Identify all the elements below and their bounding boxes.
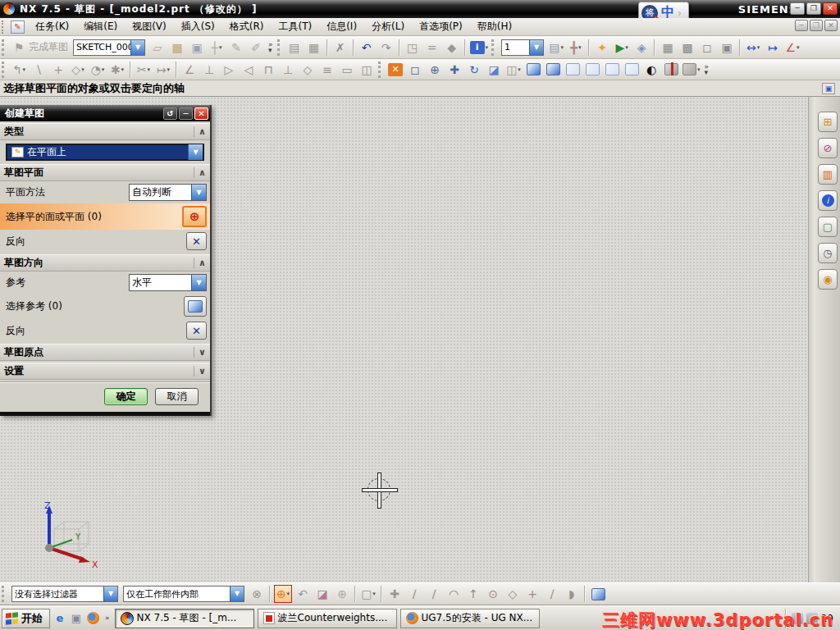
collapse-arrow-icon[interactable]: ∧ — [194, 167, 210, 178]
expand-arrow-icon[interactable]: ∨ — [194, 347, 210, 358]
settings-section-header[interactable]: 设置 ∨ — [0, 363, 210, 380]
zoom-box-icon[interactable]: ◻ — [406, 61, 424, 79]
info-icon[interactable]: i▾ — [469, 39, 490, 57]
constraint-diamond-icon[interactable]: ◇ — [299, 61, 317, 79]
line-icon[interactable]: ∖ — [30, 61, 48, 79]
snap-center-icon[interactable]: ⊙ — [484, 585, 502, 603]
wireframe-dim-icon[interactable] — [564, 61, 582, 79]
constraint-perpendicular-icon[interactable]: ⊥ — [200, 61, 218, 79]
extend-icon[interactable]: ↦▾ — [154, 61, 172, 79]
undo-selection-icon[interactable]: ↶ — [294, 585, 312, 603]
trim-icon[interactable]: ✂▾ — [135, 61, 153, 79]
finish-sketch-label[interactable]: 完成草图 — [29, 40, 68, 54]
snap-crosshair-icon[interactable]: ⊕ — [333, 585, 351, 603]
copy-face-icon[interactable]: ◳ — [404, 39, 422, 57]
constraint-left-icon[interactable]: ◁ — [240, 61, 258, 79]
delete-icon[interactable]: ✗ — [331, 39, 349, 57]
sketch-curve-icon[interactable]: ✎ — [227, 39, 245, 57]
equals-icon[interactable]: = — [423, 39, 441, 57]
sketch-type-combo[interactable]: ✎在平面上 ▼ — [6, 144, 204, 161]
finish-group-overflow[interactable]: »▾ — [268, 42, 273, 53]
menu-task[interactable]: 任务(K) — [28, 18, 76, 35]
wireframe-all-icon[interactable] — [603, 61, 621, 79]
restore-cue-icon[interactable]: ▣ — [822, 83, 835, 94]
dropdown-arrow-icon[interactable]: ▼ — [230, 587, 244, 601]
collapse-arrow-icon[interactable]: ∧ — [194, 126, 210, 137]
dialog-title-bar[interactable]: 创建草图 ↺ ─ ✕ — [0, 105, 210, 121]
graphics-area[interactable]: Z X Y 创建草图 ↺ ─ ✕ 类型 ∧ ✎在平面上 ▼ 草图平面 — [0, 97, 840, 582]
bend-corner-icon[interactable]: ◆ — [443, 39, 461, 57]
reattach-sketch-icon[interactable]: ▱ — [148, 39, 167, 57]
plane-method-combo[interactable]: 自动判断 ▼ — [129, 184, 207, 201]
scope-combo[interactable]: 仅在工作部件内部▼ — [123, 586, 244, 602]
toolbar-grip[interactable] — [2, 586, 7, 602]
wireframe-hidden-icon[interactable] — [583, 61, 601, 79]
part-library-icon[interactable]: ▥ — [818, 164, 838, 185]
restore-button[interactable]: ❐ — [806, 2, 821, 15]
constraint-right-icon[interactable]: ▷ — [220, 61, 238, 79]
layer-settings-icon[interactable]: ▤▾ — [547, 39, 565, 57]
reverse-direction-button-2[interactable]: ✕ — [186, 322, 207, 340]
internet-browser-icon[interactable]: i — [818, 190, 838, 211]
measure-angle-icon[interactable]: ∠▾ — [783, 39, 801, 57]
desktop-quick-launch-icon[interactable]: ▣ — [69, 611, 84, 626]
constraint-split-icon[interactable]: ◫ — [358, 61, 376, 79]
shaded-with-edges-icon[interactable] — [524, 61, 542, 79]
snap-face-icon[interactable]: ◗ — [563, 585, 581, 603]
menu-tools[interactable]: 工具(T) — [271, 18, 319, 35]
collapse-arrow-icon[interactable]: ∧ — [194, 258, 210, 268]
child-minimize-button[interactable]: ─ — [795, 20, 808, 31]
dropdown-arrow-icon[interactable]: ▼ — [529, 40, 543, 55]
work-layer-combo[interactable]: 1▼ — [501, 39, 544, 56]
shaded-icon[interactable] — [544, 61, 562, 79]
firefox-quick-launch-icon[interactable] — [85, 611, 100, 626]
save-icon[interactable]: ▤ — [285, 39, 304, 57]
assembly-navigator-icon[interactable]: ⊞ — [818, 112, 838, 132]
cancel-button[interactable]: 取消 — [155, 388, 199, 405]
menu-format[interactable]: 格式(R) — [222, 18, 272, 35]
menu-preferences[interactable]: 首选项(P) — [412, 18, 470, 35]
toolbar-grip[interactable] — [491, 39, 496, 56]
measure-length-icon[interactable]: ↦ — [764, 39, 782, 57]
measure-distance-icon[interactable]: ↔▾ — [744, 39, 762, 57]
type-section-header[interactable]: 类型 ∧ — [0, 123, 210, 140]
close-button[interactable]: ✕ — [823, 2, 838, 15]
datum-box-icon[interactable]: ▣ — [188, 39, 206, 57]
roles-icon[interactable]: ◉ — [818, 269, 838, 290]
toolbar-grip[interactable] — [378, 62, 383, 78]
toolbar-grip[interactable] — [2, 39, 7, 56]
menu-information[interactable]: 信息(I) — [319, 18, 364, 35]
snap-pole-icon[interactable]: ↑ — [464, 585, 482, 603]
profile-icon[interactable]: ↰▾ — [10, 61, 28, 79]
navigate-diamond-icon[interactable]: ◈ — [632, 39, 651, 57]
move-handles-icon[interactable]: ✚ — [386, 585, 404, 603]
expand-arrow-icon[interactable]: ∨ — [194, 366, 210, 377]
ime-chevron-icon[interactable]: › — [678, 7, 682, 19]
fit-view-icon[interactable]: ✕ — [386, 61, 404, 79]
view-group-overflow[interactable]: »▾ — [705, 64, 710, 75]
quick-launch-overflow[interactable]: » — [105, 615, 110, 621]
role-key-icon[interactable]: ✦ — [593, 39, 611, 57]
snap-solid-icon[interactable] — [589, 585, 607, 603]
dropdown-arrow-icon[interactable]: ▼ — [188, 144, 203, 160]
ok-button[interactable]: 确定 — [104, 388, 148, 405]
snap-midpoint-icon[interactable]: ∕ — [425, 585, 443, 603]
dropdown-arrow-icon[interactable]: ▼ — [191, 185, 206, 200]
selection-filter-combo[interactable]: 没有选择过滤器▼ — [11, 586, 118, 602]
named-plane-icon[interactable]: ▩ — [168, 39, 186, 57]
menu-analysis[interactable]: 分析(L) — [364, 18, 412, 35]
gray-style-icon[interactable]: ▾ — [682, 61, 701, 79]
reference-combo[interactable]: 水平 ▼ — [129, 274, 207, 291]
spline-blob-icon[interactable]: ◔▾ — [89, 61, 107, 79]
grid-heavy-icon[interactable]: ▩ — [678, 39, 696, 57]
constraint-vertical-icon[interactable]: ⊥ — [279, 61, 297, 79]
dialog-reset-button[interactable]: ↺ — [163, 107, 177, 120]
task-nx[interactable]: NX 7.5 - 草图 - [_m... — [115, 609, 254, 628]
redo-icon[interactable]: ↷ — [377, 39, 395, 57]
constraint-navigator-icon[interactable]: ⊘ — [818, 138, 838, 158]
child-restore-button[interactable]: ❐ — [810, 20, 823, 31]
constraint-angle-icon[interactable]: ∠ — [180, 61, 199, 79]
menu-insert[interactable]: 插入(S) — [174, 18, 222, 35]
snap-endpoint-icon[interactable]: ∕ — [405, 585, 423, 603]
select-face-button[interactable]: ⊕ — [182, 206, 207, 227]
